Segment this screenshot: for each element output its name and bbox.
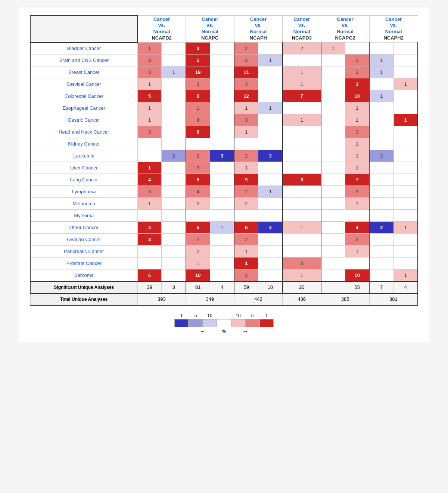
data-cell: [321, 150, 345, 162]
data-cell: 1: [321, 43, 345, 54]
data-cell: 3: [345, 126, 370, 138]
col-header-ncapg: Cancervs.NormalNCAPG: [186, 15, 234, 43]
data-cell: 3: [210, 150, 234, 162]
data-cell: 1: [234, 162, 258, 174]
data-cell: 3: [186, 78, 210, 90]
summary-cell: 7: [369, 281, 393, 293]
row-header-label: [30, 15, 137, 43]
summary-row-label: Significant Unique Analyses: [30, 281, 137, 293]
data-cell: [393, 138, 418, 150]
data-cell: 5: [186, 222, 210, 234]
data-cell: [162, 114, 186, 126]
data-cell: [369, 198, 393, 210]
data-cell: [369, 258, 393, 269]
data-cell: [210, 269, 234, 281]
data-cell: [186, 138, 210, 150]
data-cell: 2: [234, 150, 258, 162]
legend-num-10-blue: 10: [203, 313, 217, 318]
data-cell: [321, 78, 345, 90]
col-header-ncaph: Cancervs.NormalNCAPH: [234, 15, 283, 43]
col-header-ncaph2: Cancervs.NormalNCAPH2: [369, 15, 418, 43]
data-cell: [345, 210, 370, 222]
data-cell: [369, 43, 393, 54]
data-cell: 1: [369, 90, 393, 102]
data-cell: [258, 90, 283, 102]
legend-pct-label: %: [207, 329, 241, 334]
data-cell: [162, 234, 186, 246]
data-cell: 1: [234, 126, 258, 138]
cancer-row-label: Melanoma: [30, 198, 137, 210]
data-cell: [162, 269, 186, 281]
data-cell: [321, 234, 345, 246]
data-cell: 1: [186, 102, 210, 114]
total-cell: 436: [283, 293, 321, 305]
data-cell: [162, 210, 186, 222]
main-container: Cancervs.NormalNCAPD2 Cancervs.NormalNCA…: [19, 7, 429, 342]
data-cell: [162, 246, 186, 258]
total-cell: 442: [234, 293, 283, 305]
data-cell: [283, 54, 321, 66]
data-cell: 4: [137, 222, 162, 234]
total-cell: 393: [137, 293, 186, 305]
data-cell: 3: [137, 54, 162, 66]
data-cell: [345, 43, 370, 54]
data-cell: [393, 102, 418, 114]
data-cell: [283, 162, 321, 174]
data-cell: 9: [234, 174, 258, 186]
data-cell: 3: [345, 54, 370, 66]
data-cell: [321, 198, 345, 210]
data-cell: [210, 198, 234, 210]
summary-cell: 55: [345, 281, 370, 293]
data-cell: [210, 174, 234, 186]
summary-cell: 4: [393, 281, 418, 293]
data-cell: [393, 66, 418, 78]
data-cell: 3: [137, 66, 162, 78]
data-cell: 1: [283, 114, 321, 126]
data-cell: [321, 269, 345, 281]
data-cell: [162, 126, 186, 138]
data-cell: 3: [345, 78, 370, 90]
data-cell: [321, 114, 345, 126]
data-cell: 3: [137, 186, 162, 198]
data-cell: [369, 78, 393, 90]
legend: 1 5 10 10 5 1 ← % →: [30, 313, 418, 335]
data-cell: 1: [210, 222, 234, 234]
data-cell: [369, 114, 393, 126]
cancer-row-label: Myeloma: [30, 210, 137, 222]
data-cell: [258, 114, 283, 126]
arrow-right-icon: →: [242, 328, 248, 335]
legend-boxes: [174, 319, 274, 327]
data-cell: 2: [234, 234, 258, 246]
cancer-row-label: Kidney Cancer: [30, 138, 137, 150]
legend-blue10: [174, 319, 189, 327]
data-cell: 2: [234, 54, 258, 66]
data-cell: [393, 43, 418, 54]
data-cell: 1: [234, 102, 258, 114]
data-cell: [137, 258, 162, 269]
cancer-row-label: Ovarian Cancer: [30, 234, 137, 246]
summary-cell: 10: [258, 281, 283, 293]
data-cell: 1: [345, 138, 370, 150]
data-cell: [369, 162, 393, 174]
legend-numbers: 1 5 10 10 5 1: [174, 313, 274, 318]
data-cell: [258, 210, 283, 222]
data-cell: [321, 102, 345, 114]
data-cell: [210, 162, 234, 174]
cancer-row-label: Gastric Cancer: [30, 114, 137, 126]
data-cell: [162, 162, 186, 174]
data-cell: 2: [369, 150, 393, 162]
summary-cell: 81: [186, 281, 210, 293]
legend-red1: [231, 319, 245, 327]
data-cell: [369, 126, 393, 138]
data-cell: 10: [345, 90, 370, 102]
data-cell: 1: [137, 198, 162, 210]
total-cell: 385: [321, 293, 370, 305]
data-cell: 3: [234, 78, 258, 90]
data-cell: [162, 43, 186, 54]
data-cell: [258, 78, 283, 90]
data-cell: 3: [137, 126, 162, 138]
data-cell: 2: [186, 234, 210, 246]
data-cell: 4: [345, 222, 370, 234]
data-cell: 10: [345, 269, 370, 281]
data-cell: [210, 78, 234, 90]
